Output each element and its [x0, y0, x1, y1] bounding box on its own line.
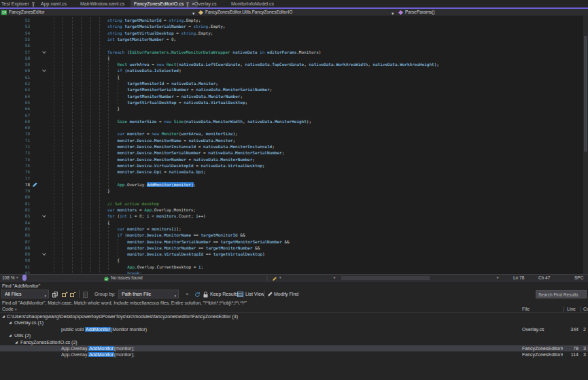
clear-results-icon[interactable] — [83, 290, 88, 298]
result-group-row[interactable]: ◢C:\Users\zhaopengwang\Desktop\powertoys… — [0, 313, 588, 319]
column-header-file[interactable]: File — [522, 307, 530, 311]
code-line[interactable]: { — [118, 257, 120, 263]
group-label: Utils (2) — [14, 332, 31, 339]
chevron-down-icon[interactable]: ▾ — [279, 275, 281, 281]
fold-chevron-icon[interactable] — [42, 50, 46, 54]
code-line[interactable]: var monitor = new Monitor(workArea, moni… — [118, 131, 238, 137]
expand-triangle-icon[interactable]: ◢ — [9, 332, 12, 339]
scroll-left-arrow[interactable]: ◂ — [333, 275, 335, 281]
column-header-col[interactable]: Col — [583, 307, 588, 311]
scope-dropdown[interactable]: All Files▾ — [1, 290, 49, 298]
code-line[interactable]: monitor.Device.MonitorNumber == targetMo… — [127, 245, 260, 251]
collapse-all-icon[interactable] — [70, 290, 76, 298]
code-line[interactable]: Size monitorSize = new Size(nativeData.M… — [118, 118, 311, 124]
code-line[interactable]: monitor.Device.Dpi = nativeData.Dpi; — [118, 169, 206, 175]
code-line[interactable]: int targetMonitorNumber = 0; — [107, 36, 176, 42]
tab-label: Test Explorer — [1, 1, 29, 6]
refresh-icon[interactable] — [194, 290, 201, 298]
code-line[interactable]: } — [118, 105, 120, 111]
code-editor[interactable]: 52string targetMonitorId = string.Empty;… — [0, 16, 583, 274]
code-line[interactable]: // Set active desktop — [107, 201, 159, 207]
code-line[interactable]: monitor.Device.VirtualDesktopId == targe… — [127, 251, 264, 257]
result-group-row[interactable]: ◢Utils (2) — [0, 332, 588, 339]
result-row[interactable]: App.Overlay.AddMonitor(monitor);FancyZon… — [0, 345, 588, 351]
chevron-down-icon[interactable]: ▾ — [16, 275, 18, 281]
health-indicator-icon[interactable] — [22, 275, 27, 281]
horizontal-scrollbar[interactable] — [340, 276, 495, 280]
result-row[interactable]: public void AddMonitor(Monitor monitor)O… — [0, 326, 588, 332]
section-label[interactable]: Code — [2, 307, 14, 311]
code-line[interactable]: monitor.Device.VirtualDesktopId = native… — [118, 162, 265, 169]
scrollbar-thumb[interactable] — [341, 276, 430, 280]
code-line[interactable]: } — [107, 188, 110, 194]
column-header-line[interactable]: Line — [567, 307, 576, 311]
scroll-right-arrow[interactable]: ▸ — [497, 275, 499, 281]
copy-icon[interactable] — [52, 290, 58, 298]
column-separator[interactable] — [581, 307, 581, 312]
code-line[interactable]: App.Overlay.CurrentDesktop = i; — [127, 264, 203, 270]
line-number: 90 — [0, 257, 30, 263]
code-token: = — [162, 169, 169, 174]
code-line[interactable]: targetMonitorSerialNumber = nativeData.M… — [127, 86, 272, 92]
column-separator[interactable] — [564, 307, 564, 312]
tab-monitorinfomodel-cs[interactable]: MonitorInfoModel.cs — [231, 0, 274, 7]
group-by-dropdown[interactable]: Path then File▾ — [118, 290, 179, 298]
code-line[interactable]: string targetVirtualDesktop = string.Emp… — [107, 30, 213, 36]
tab-app-xaml-cs[interactable]: App.xaml.cs — [41, 0, 67, 7]
code-line[interactable]: string targetMonitorSerialNumber = strin… — [107, 23, 225, 29]
code-line[interactable]: { — [107, 220, 110, 226]
tab-test-explorer[interactable]: Test Explorer — [1, 0, 35, 7]
member-dropdown[interactable]: ParseParams() — [398, 9, 435, 16]
result-group-row[interactable]: ◢FancyZonesEditorIO.cs (2) — [0, 339, 588, 345]
type-dropdown[interactable]: FancyZonesEditor.Utils.FancyZonesEditorI… — [198, 9, 292, 16]
fold-chevron-icon[interactable] — [42, 69, 46, 73]
code-line[interactable]: monitor.Device.MonitorInstanceId = nativ… — [118, 143, 275, 150]
pin-icon[interactable] — [31, 1, 35, 8]
project-dropdown[interactable]: C#FancyZonesEditor — [1, 9, 45, 16]
modify-find-button[interactable]: Modify Find — [274, 292, 298, 296]
code-line[interactable]: monitor.Device.MonitorSerialNumber = nat… — [118, 150, 285, 156]
close-icon[interactable]: × — [186, 290, 189, 298]
expand-triangle-icon[interactable]: ◢ — [2, 313, 5, 319]
code-token: ( — [122, 232, 127, 237]
zoom-control[interactable]: 108 % — [2, 275, 14, 281]
pin-icon[interactable] — [186, 1, 190, 8]
result-row[interactable]: App.Overlay.AddMonitor(monitor);FancyZon… — [0, 351, 588, 358]
code-line[interactable]: { — [118, 74, 120, 80]
list-view-icon[interactable] — [237, 290, 243, 298]
result-group-row[interactable]: ◢Overlay.cs (1) — [0, 319, 588, 326]
pencil-icon[interactable] — [267, 290, 273, 298]
code-line[interactable]: if (monitor.Device.MonitorName == target… — [118, 232, 245, 238]
code-line[interactable]: monitor.Device.MonitorNumber = nativeDat… — [118, 156, 255, 162]
editor-vertical-scrollbar[interactable] — [583, 16, 588, 274]
code-line[interactable]: foreach (EditorParameters.NativeMonitorD… — [107, 49, 321, 55]
code-line[interactable]: targetMonitorNumber = nativeData.Monitor… — [127, 93, 243, 99]
code-line[interactable]: var monitors = App.Overlay.Monitors; — [107, 207, 196, 213]
code-line[interactable]: { — [107, 55, 110, 61]
keep-results-button[interactable]: Keep Results — [210, 292, 239, 296]
tab-fancyzoneseditorio-cs[interactable]: FancyZonesEditorIO.cs× — [131, 0, 198, 7]
code-line[interactable]: targetMonitorId = nativeData.Monitor; — [127, 80, 218, 86]
tab-overlay-cs[interactable]: Overlay.cs — [194, 0, 217, 7]
code-line[interactable]: string targetMonitorId = string.Empty; — [107, 17, 201, 23]
expand-triangle-icon[interactable]: ◢ — [15, 339, 18, 345]
code-line[interactable]: targetVirtualDesktop = nativeData.Virtua… — [127, 99, 247, 105]
tab-mainwindow-xaml-cs[interactable]: MainWindow.xaml.cs — [80, 0, 124, 7]
fold-chevron-icon[interactable] — [42, 213, 46, 218]
search-find-results-input[interactable] — [536, 290, 587, 298]
fold-chevron-icon[interactable] — [42, 252, 46, 256]
scrollbar-thumb[interactable] — [584, 36, 587, 152]
list-view-button[interactable]: List View — [245, 292, 264, 296]
lock-icon[interactable] — [203, 290, 208, 298]
code-line[interactable]: App.Overlay.AddMonitor(monitor); — [118, 182, 196, 188]
expand-all-icon[interactable] — [62, 290, 68, 298]
code-line[interactable]: monitor.Device.MonitorName = nativeData.… — [118, 137, 235, 143]
code-line[interactable]: monitor.Device.MonitorSerialNumber == ta… — [127, 239, 289, 245]
code-line[interactable]: if (nativeData.IsSelected) — [118, 67, 181, 73]
code-line[interactable]: var monitor = monitors[i]; — [118, 226, 181, 232]
code-token: = — [174, 94, 181, 99]
code-line[interactable]: for (int i = 0; i < monitors.Count; i++) — [107, 213, 206, 219]
code-line[interactable]: Rect workArea = new Rect(nativeData.Left… — [118, 61, 439, 67]
expand-triangle-icon[interactable]: ◢ — [9, 319, 12, 326]
chevron-down-icon[interactable]: ▾ — [15, 307, 17, 311]
